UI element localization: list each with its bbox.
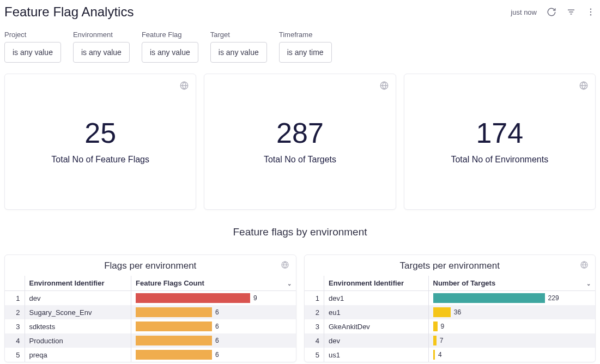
col-feature-flags-count[interactable]: Feature Flags Count ⌄ <box>131 276 296 291</box>
filter-feature-flag: Feature Flag is any value <box>142 31 198 63</box>
row-index: 3 <box>305 319 324 333</box>
more-icon[interactable] <box>586 7 596 17</box>
cell-environment-identifier: GkeAnkitDev <box>324 319 429 333</box>
table: Environment Identifier Number of Targets… <box>305 276 596 362</box>
page-title: Feature Flag Analytics <box>4 4 134 20</box>
bar <box>136 336 212 345</box>
globe-icon[interactable] <box>379 81 389 93</box>
svg-point-3 <box>590 9 591 10</box>
col-label: Number of Targets <box>433 279 496 287</box>
svg-point-4 <box>590 11 591 13</box>
card-total-environments: 174 Total No of Environments <box>404 74 596 210</box>
globe-icon[interactable] <box>281 260 289 271</box>
card-value: 174 <box>476 119 523 147</box>
table-row[interactable]: 4dev7 <box>305 333 596 348</box>
table-title: Targets per environment <box>305 255 596 276</box>
bar <box>433 350 435 360</box>
card-total-targets: 287 Total No of Targets <box>204 74 396 210</box>
bar <box>136 321 212 331</box>
filter-bar: Project is any value Environment is any … <box>4 25 596 74</box>
filter-feature-flag-select[interactable]: is any value <box>142 42 198 63</box>
row-index: 3 <box>5 319 25 333</box>
summary-cards: 25 Total No of Feature Flags 287 Total N… <box>4 74 596 210</box>
chevron-down-icon: ⌄ <box>287 280 292 286</box>
table-targets-per-environment: Targets per environment Environment Iden… <box>304 254 596 362</box>
filter-environment: Environment is any value <box>73 31 130 63</box>
globe-icon[interactable] <box>580 260 589 271</box>
bar-value: 6 <box>215 308 219 316</box>
cell-count-bar: 9 <box>131 291 296 306</box>
bar <box>433 321 438 331</box>
card-label: Total No of Targets <box>264 155 336 165</box>
filter-project-select[interactable]: is any value <box>4 42 61 63</box>
bar <box>136 293 250 303</box>
filter-timeframe-select[interactable]: is any time <box>279 42 332 63</box>
cell-count-bar: 36 <box>428 305 595 319</box>
col-index[interactable] <box>305 276 324 291</box>
row-index: 1 <box>305 291 324 306</box>
row-index: 5 <box>5 348 25 362</box>
cell-count-bar: 6 <box>131 319 296 333</box>
card-value: 287 <box>276 119 324 147</box>
card-total-feature-flags: 25 Total No of Feature Flags <box>4 74 196 210</box>
globe-icon[interactable] <box>179 81 189 93</box>
bar <box>136 350 212 360</box>
cell-environment-identifier: Sugary_Scone_Env <box>25 305 131 319</box>
table-row[interactable]: 1dev1229 <box>305 291 596 306</box>
last-refresh-timestamp: just now <box>511 8 537 16</box>
col-number-of-targets[interactable]: Number of Targets ⌄ <box>428 276 595 291</box>
filter-label: Target <box>210 31 267 39</box>
col-index[interactable] <box>5 276 25 291</box>
cell-environment-identifier: dev <box>324 333 429 348</box>
table: Environment Identifier Feature Flags Cou… <box>5 276 296 362</box>
col-environment-identifier[interactable]: Environment Identifier <box>25 276 131 291</box>
bar-value: 7 <box>440 337 444 344</box>
row-index: 2 <box>5 305 25 319</box>
section-title: Feature flags by environment <box>4 226 596 238</box>
cell-count-bar: 229 <box>428 291 595 306</box>
cell-environment-identifier: sdktests <box>25 319 131 333</box>
bar <box>433 336 437 345</box>
cell-count-bar: 7 <box>428 333 595 348</box>
cell-count-bar: 9 <box>428 319 595 333</box>
bar-value: 9 <box>441 323 445 330</box>
table-row[interactable]: 5us14 <box>305 348 596 362</box>
cell-environment-identifier: Production <box>25 333 131 348</box>
bar-value: 4 <box>438 351 442 359</box>
col-environment-identifier[interactable]: Environment Identifier <box>324 276 429 291</box>
filter-icon[interactable] <box>566 7 576 17</box>
bar-value: 6 <box>215 323 219 330</box>
table-row[interactable]: 2Sugary_Scone_Env6 <box>5 305 296 319</box>
bar <box>136 307 212 317</box>
cell-environment-identifier: eu1 <box>324 305 429 319</box>
filter-target-select[interactable]: is any value <box>210 42 267 63</box>
row-index: 5 <box>305 348 324 362</box>
refresh-icon[interactable] <box>547 7 556 17</box>
table-row[interactable]: 2eu136 <box>305 305 596 319</box>
svg-point-5 <box>590 14 591 15</box>
filter-label: Feature Flag <box>142 31 198 39</box>
table-row[interactable]: 3sdktests6 <box>5 319 296 333</box>
table-row[interactable]: 5preqa6 <box>5 348 296 362</box>
globe-icon[interactable] <box>579 81 589 93</box>
col-label: Feature Flags Count <box>136 279 204 287</box>
filter-label: Project <box>4 31 61 39</box>
filter-label: Environment <box>73 31 130 39</box>
cell-count-bar: 6 <box>131 305 296 319</box>
cell-environment-identifier: dev1 <box>324 291 429 306</box>
card-label: Total No of Environments <box>451 155 548 165</box>
table-row[interactable]: 1dev9 <box>5 291 296 306</box>
table-row[interactable]: 3GkeAnkitDev9 <box>305 319 596 333</box>
row-index: 4 <box>305 333 324 348</box>
bar <box>433 307 451 317</box>
bar-value: 9 <box>253 294 257 302</box>
table-title: Flags per environment <box>5 255 296 276</box>
bar-value: 229 <box>548 294 559 302</box>
tables-row: Flags per environment Environment Identi… <box>4 254 596 362</box>
row-index: 2 <box>305 305 324 319</box>
table-row[interactable]: 4Production6 <box>5 333 296 348</box>
filter-timeframe: Timeframe is any time <box>279 31 332 63</box>
cell-environment-identifier: preqa <box>25 348 131 362</box>
filter-environment-select[interactable]: is any value <box>73 42 130 63</box>
bar-value: 6 <box>215 337 219 344</box>
